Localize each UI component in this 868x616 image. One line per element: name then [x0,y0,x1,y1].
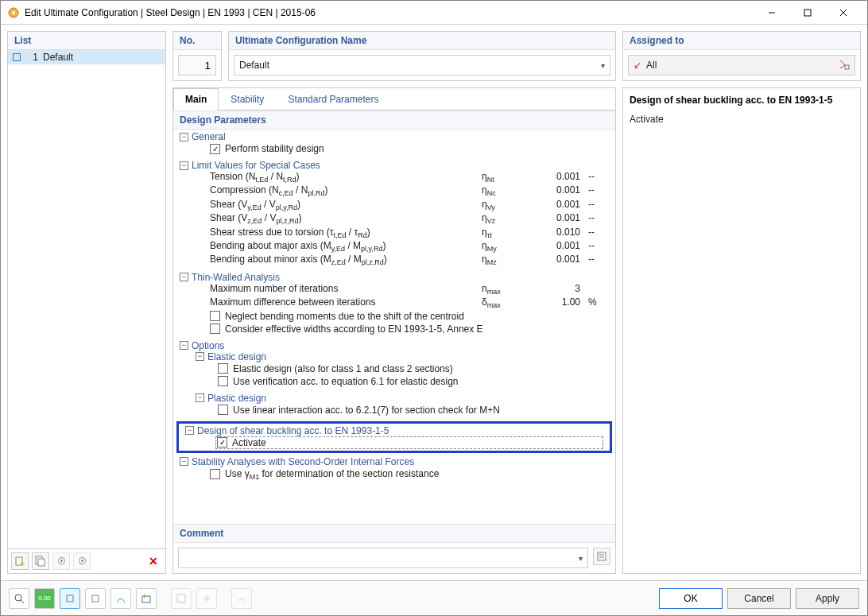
collapse-icon[interactable]: − [196,393,204,402]
checkbox-elastic-verification[interactable] [218,376,228,386]
svg-rect-11 [598,552,606,560]
limit-symbol: ηVz [482,212,529,225]
new-item-button[interactable] [11,552,29,570]
sym-nmax: nmax [482,283,529,296]
copy-item-button[interactable] [32,552,49,570]
footer-tool-6[interactable] [136,588,157,609]
footer-tool-3[interactable] [60,588,80,609]
node-options[interactable]: −Options [180,340,609,351]
checkbox-activate-shear-buckling[interactable] [217,437,227,447]
assigned-icon: ↙ [634,60,641,71]
titlebar: Edit Ultimate Configuration | Steel Desi… [1,1,867,25]
limit-value[interactable]: 0.001 [529,254,585,266]
checkbox-effective-widths[interactable] [210,323,220,334]
limit-symbol: ηNt [482,171,529,184]
node-elastic-design[interactable]: −Elastic design [196,351,609,362]
checkbox-perform-stability[interactable] [210,144,220,154]
limit-label: Bending about major axis (My,Ed / Mpl,y,… [210,240,482,253]
tab-main[interactable]: Main [173,88,219,110]
limit-value[interactable]: 0.001 [529,240,585,253]
description-body: Activate [630,114,854,125]
close-window-button[interactable] [825,2,861,24]
list-item[interactable]: 1 Default [8,50,165,64]
limit-value[interactable]: 0.001 [529,171,585,184]
svg-rect-20 [144,595,145,598]
node-limit-values[interactable]: −Limit Values for Special Cases [180,160,609,171]
config-name-select[interactable]: Default ▾ [234,55,610,76]
checkbox-linear-interaction[interactable] [218,405,228,415]
limit-symbol: ηMz [482,254,529,266]
val-max-iterations[interactable]: 3 [529,283,585,296]
group-design-parameters: Design Parameters [173,110,615,130]
node-stability-second-order[interactable]: −Stability Analyses with Second-Order In… [180,456,609,467]
node-shear-buckling[interactable]: −Design of shear buckling acc. to EN 199… [185,425,603,436]
apply-button[interactable]: Apply [796,588,859,609]
limit-label: Tension (Nt,Ed / Nt,Rd) [210,171,482,184]
list-item-number: 1 [25,52,38,63]
assigned-to-input[interactable]: ↙ All [628,55,855,76]
svg-rect-18 [92,595,99,602]
list-header: List [8,32,165,50]
collapse-icon[interactable]: − [185,426,194,435]
limit-value[interactable]: 0.001 [529,184,585,197]
limit-value[interactable]: 0.001 [529,199,585,211]
limit-value[interactable]: 0.001 [529,212,585,225]
config-number-input[interactable] [178,55,216,76]
config-list[interactable]: 1 Default [8,50,165,548]
svg-rect-10 [38,559,45,566]
footer-tool-8[interactable] [196,588,217,609]
footer-tool-2[interactable]: 0.00 [34,588,55,609]
minimize-button[interactable] [754,2,789,24]
svg-point-15 [15,595,21,601]
ok-button[interactable]: OK [659,588,723,609]
comment-edit-button[interactable] [593,548,610,565]
limit-unit: -- [585,254,609,266]
comment-select[interactable]: ▾ [178,548,588,568]
no-header: No. [173,32,221,50]
unit-max-diff: % [585,296,609,309]
svg-rect-3 [804,10,811,16]
val-max-diff[interactable]: 1.00 [529,296,585,309]
node-plastic-design[interactable]: −Plastic design [196,393,609,404]
label-perform-stability: Perform stability design [225,143,324,154]
collapse-icon[interactable]: − [180,161,188,170]
label-use-gm1: Use γM1 for determination of the section… [225,468,439,481]
tab-stability[interactable]: Stability [219,88,276,110]
assigned-pick-button[interactable] [839,59,850,72]
collapse-icon[interactable]: − [180,457,188,466]
checkbox-use-gm1[interactable] [210,469,220,479]
limit-unit: -- [585,227,609,239]
collapse-icon[interactable]: − [180,341,188,350]
tab-standard-parameters[interactable]: Standard Parameters [276,88,390,110]
node-thin-walled[interactable]: −Thin-Walled Analysis [180,272,609,283]
limit-symbol: ητt [482,227,529,239]
delete-item-button[interactable]: ✕ [145,552,162,570]
label-max-diff: Maximum difference between iterations [210,296,482,309]
svg-point-1 [12,11,15,14]
svg-rect-19 [142,596,150,602]
list-item-icon [13,53,21,61]
tool-button-3[interactable]: ⦿ [52,552,70,570]
limit-value[interactable]: 0.010 [529,227,585,239]
cancel-button[interactable]: Cancel [727,588,791,609]
footer-toolbar: 0.00 OK Cancel Apply [1,580,867,615]
footer-tool-4[interactable] [85,588,106,609]
config-name-value: Default [239,60,269,71]
tool-button-4[interactable]: ⦿ [73,552,91,570]
svg-rect-21 [177,595,185,602]
footer-tool-9[interactable] [231,588,252,609]
collapse-icon[interactable]: − [180,273,188,281]
footer-tool-5[interactable] [110,588,131,609]
footer-tool-1[interactable] [9,588,29,609]
limit-symbol: ηMy [482,240,529,253]
node-general[interactable]: −General [180,131,609,142]
footer-tool-7[interactable] [171,588,192,609]
maximize-button[interactable] [789,2,825,24]
checkbox-neglect-bending[interactable] [210,311,220,321]
collapse-icon[interactable]: − [196,352,204,361]
sym-deltamax: δmax [482,296,529,309]
limit-unit: -- [585,212,609,225]
collapse-icon[interactable]: − [180,133,188,141]
checkbox-elastic-design[interactable] [218,363,228,374]
limit-label: Shear stress due to torsion (τt,Ed / τRd… [210,227,482,239]
